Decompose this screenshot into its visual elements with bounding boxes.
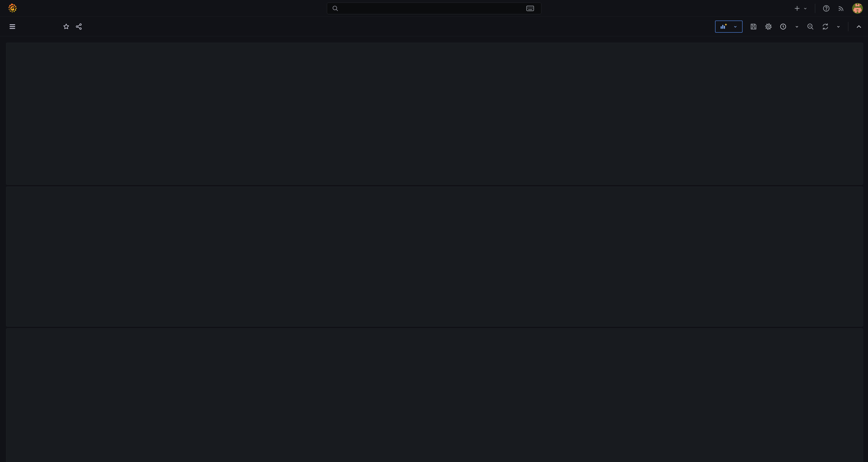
timeseries-chart[interactable] (6, 43, 863, 184)
chevron-down-icon (836, 24, 841, 29)
clock-icon (779, 23, 787, 30)
panel-r-scores-averaged[interactable] (6, 43, 863, 185)
top-nav-bar (0, 0, 868, 17)
chevron-up-icon[interactable] (856, 23, 862, 30)
search-input[interactable] (342, 5, 526, 12)
refresh-icon (822, 23, 829, 31)
news-icon[interactable] (837, 4, 845, 12)
settings-icon[interactable] (765, 23, 772, 31)
menu-icon[interactable] (8, 23, 16, 31)
plus-icon (794, 5, 801, 12)
grafana-logo-icon[interactable] (7, 3, 18, 13)
add-button[interactable] (715, 21, 743, 33)
chevron-down-icon (794, 24, 800, 29)
legend (14, 310, 859, 319)
star-icon[interactable] (62, 23, 70, 30)
user-avatar[interactable] (852, 3, 863, 14)
dashboard-toolbar (0, 17, 868, 36)
help-icon[interactable] (822, 4, 830, 12)
keyboard-icon (526, 5, 534, 11)
share-icon[interactable] (75, 23, 83, 30)
panel-r-scores-downsampled[interactable] (6, 328, 863, 462)
new-button[interactable] (794, 5, 808, 12)
timeseries-chart[interactable] (6, 329, 863, 462)
refresh-picker[interactable] (822, 23, 841, 31)
zoom-out-icon[interactable] (806, 23, 814, 31)
chevron-down-icon (803, 6, 808, 11)
legend (14, 167, 859, 177)
legend (14, 452, 859, 461)
panel-r-scores[interactable] (6, 187, 863, 327)
nav-divider (815, 4, 815, 13)
timeseries-chart[interactable] (6, 187, 863, 326)
search-shortcut (526, 5, 536, 11)
toolbar-divider (848, 22, 848, 31)
time-range-picker[interactable] (779, 23, 800, 30)
search-icon (332, 5, 339, 12)
save-icon[interactable] (750, 23, 757, 31)
chevron-down-icon (733, 24, 738, 29)
global-search[interactable] (327, 3, 541, 14)
add-panel-icon (720, 23, 727, 30)
breadcrumb (8, 17, 83, 36)
